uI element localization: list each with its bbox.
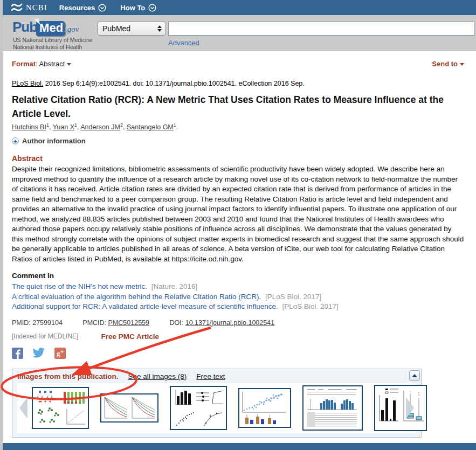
article-page: Format: Abstract Send to PLoS Biol. 2016… — [0, 60, 476, 359]
thumbnail-cocitation-network-figure[interactable] — [32, 387, 89, 429]
triangle-up-icon — [412, 374, 417, 377]
caret-down-icon — [67, 63, 71, 66]
abstract-heading: Abstract — [12, 154, 464, 163]
doi-group: DOI: 10.1371/journal.pbio.1002541 — [170, 319, 275, 327]
pmid-group: PMID: 27599104 — [12, 319, 64, 327]
nlm-tagline: US National Library of Medicine National… — [13, 37, 93, 51]
share-row: g + — [12, 348, 464, 359]
google-plus-icon[interactable]: g + — [54, 348, 66, 359]
author-information-expander[interactable]: + Author information — [12, 137, 464, 145]
format-value: Abstract — [39, 60, 65, 68]
thumbnail-scatter-correlation-figure[interactable] — [238, 388, 291, 428]
doi-link[interactable]: 10.1371/journal.pbio.1002541 — [185, 319, 274, 327]
send-to-label: Send to — [432, 60, 458, 68]
indexed-for-medline-label: [Indexed for MEDLINE] — [12, 333, 78, 340]
comment-source: [PLoS Biol. 2017] — [282, 302, 339, 310]
figure-sketch — [376, 386, 425, 430]
pmcid-link[interactable]: PMC5012559 — [108, 319, 149, 327]
indexed-row: [Indexed for MEDLINE] Free PMC Article — [12, 333, 464, 341]
page-left-edge — [0, 0, 3, 450]
search-input[interactable] — [168, 22, 474, 36]
free-text-link[interactable]: Free text — [196, 372, 225, 380]
tagline-line1: US National Library of Medicine — [13, 37, 93, 44]
author-separator: . — [176, 123, 178, 131]
tagline-line2: National Institutes of Health — [13, 44, 93, 51]
pubmed-header: PubMed.gov US National Library of Medici… — [3, 15, 476, 51]
thumbnail-benchmark-panels-figure[interactable] — [170, 386, 227, 430]
author-separator: , — [49, 123, 53, 131]
select-stepper-icon — [157, 25, 162, 32]
ncbi-topbar: NCBI Resources How To — [3, 0, 476, 15]
pubmed-logo-gov: .gov — [65, 25, 79, 33]
expand-plus-icon: + — [12, 137, 19, 144]
chevron-down-circle-icon — [148, 4, 156, 12]
send-to-dropdown[interactable]: Send to — [432, 60, 464, 68]
facebook-icon[interactable] — [12, 348, 23, 359]
ncbi-logo[interactable]: NCBI — [10, 3, 47, 12]
image-carousel — [17, 383, 416, 433]
free-pmc-article-label: Free PMC Article — [101, 333, 159, 341]
comment-link[interactable]: Additional support for RCR: A validated … — [12, 302, 278, 310]
figure-sketch — [304, 387, 361, 429]
pubmed-logo[interactable]: PubMed.gov — [12, 19, 79, 36]
thumbnail-table-histograms-figure[interactable] — [302, 385, 363, 431]
comment-source: [PLoS Biol. 2017] — [265, 293, 321, 301]
twitter-icon[interactable] — [32, 348, 45, 358]
resources-label: Resources — [59, 4, 95, 12]
topnav-how-to[interactable]: How To — [120, 4, 156, 12]
pubmed-logo-med: Med — [36, 21, 65, 36]
ncbi-brand-label: NCBI — [26, 3, 47, 12]
database-select[interactable]: PubMed — [97, 22, 166, 36]
pmcid-label: PMCID: — [82, 319, 106, 327]
comment-source: [Nature. 2016] — [151, 282, 198, 290]
thumbnail-citation-curves-figure[interactable] — [100, 393, 158, 423]
figure-sketch — [171, 387, 225, 428]
citation-details: 2016 Sep 6;14(9):e1002541. doi: 10.1371/… — [43, 80, 304, 87]
pubmed-logo-pub: Pub — [12, 19, 37, 35]
results-toolbar: Format: Abstract Send to — [12, 60, 464, 68]
doi-label: DOI: — [170, 319, 184, 327]
comment-link[interactable]: The quiet rise of the NIH's hot new metr… — [12, 282, 147, 290]
abstract-text: Despite their recognized limitations, bi… — [12, 164, 464, 264]
journal-citation: PLoS Biol. 2016 Sep 6;14(9):e1002541. do… — [12, 80, 464, 87]
author-link[interactable]: Hutchins BI1 — [12, 123, 49, 131]
comment-in-list: The quiet rise of the NIH's hot new metr… — [12, 282, 464, 312]
article-ids-row: PMID: 27599104 PMCID: PMC5012559 DOI: 10… — [12, 319, 464, 327]
pmid-value: 27599104 — [32, 319, 63, 327]
carousel-next-arrow[interactable] — [406, 397, 414, 419]
database-selected-value: PubMed — [98, 24, 157, 33]
carousel-previous-arrow[interactable] — [19, 397, 27, 419]
comment-in-heading: Comment in — [12, 272, 464, 280]
author-information-label: Author information — [22, 137, 86, 145]
author-separator: , — [123, 123, 127, 131]
thumbnail-rcr-boxplot-figure[interactable] — [374, 385, 427, 431]
author-link[interactable]: Anderson JM2 — [80, 123, 123, 131]
footer-bar — [0, 443, 476, 450]
chevron-down-circle-icon — [98, 4, 106, 12]
comment-row: The quiet rise of the NIH's hot new metr… — [12, 282, 464, 292]
journal-name: PLoS Biol. — [12, 80, 43, 87]
format-label: Format — [12, 60, 36, 68]
author-link[interactable]: Santangelo GM1 — [127, 123, 176, 131]
caret-down-icon — [460, 63, 464, 66]
comment-row: A critical evaluation of the algorithm b… — [12, 292, 464, 302]
figure-sketch — [33, 389, 87, 427]
author-link[interactable]: Yuan X1 — [53, 123, 77, 131]
article-title: Relative Citation Ratio (RCR): A New Met… — [12, 93, 464, 121]
collapse-images-button[interactable] — [409, 370, 420, 381]
advanced-search-link[interactable]: Advanced — [168, 39, 199, 47]
see-all-images-link[interactable]: See all images (8) — [128, 372, 187, 380]
figure-sketch — [102, 395, 157, 421]
svg-text:g: g — [57, 349, 60, 357]
pmid-label: PMID: — [12, 319, 31, 327]
ncbi-helix-icon — [10, 3, 23, 12]
svg-text:+: + — [61, 349, 64, 355]
how-to-label: How To — [120, 4, 145, 12]
comment-row: Additional support for RCR: A validated … — [12, 302, 464, 312]
topnav-resources[interactable]: Resources — [59, 4, 106, 12]
figure-sketch — [240, 390, 289, 426]
author-list: Hutchins BI1, Yuan X1, Anderson JM2, San… — [12, 122, 464, 131]
images-from-publication-box: Images from this publication. See all im… — [12, 369, 422, 438]
format-dropdown[interactable]: Format: Abstract — [12, 60, 71, 68]
comment-link[interactable]: A critical evaluation of the algorithm b… — [12, 293, 261, 301]
